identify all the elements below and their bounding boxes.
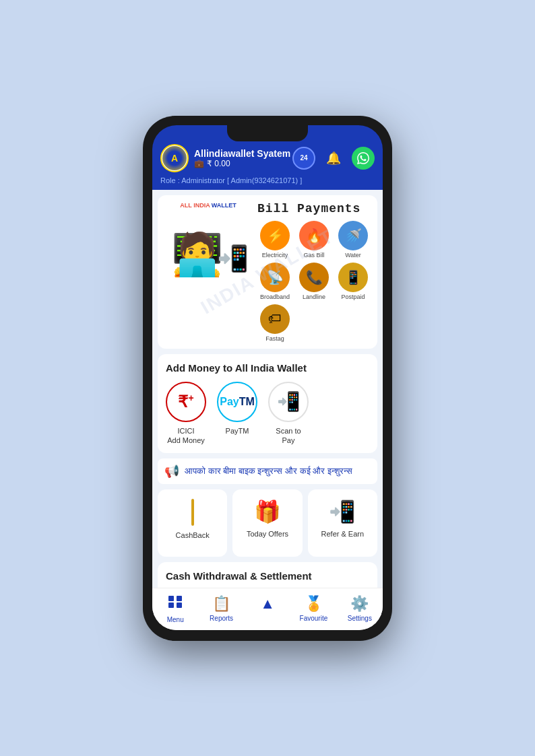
app-logo: A [160,144,189,172]
up-label [267,615,269,622]
bill-item-gas[interactable]: 🔥 Gas Bill [296,221,332,259]
nav-reports[interactable]: 📋 Reports [198,595,244,622]
postpaid-icon: 📱 [338,263,368,292]
phone-screen: A Allindiawallet Syatem 💼 ₹ 0.00 24 [152,125,383,630]
cashback-bar-icon [191,499,194,526]
add-money-section: Add Money to All India Wallet ₹+ ICICIAd… [158,354,377,454]
notification-bell-button[interactable]: 🔔 [322,147,345,170]
gift-icon: 🎁 [254,499,281,524]
bill-icons-grid: ⚡ Electricity 🔥 Gas Bill 🚿 Water 📡 [257,221,371,342]
nav-up[interactable]: ▲ [245,595,290,622]
scan-icon: 📲 [268,382,309,422]
gas-label: Gas Bill [303,252,324,259]
favourite-label: Favourite [300,615,328,622]
electricity-label: Electricity [262,252,288,259]
landline-label: Landline [303,294,325,300]
refer-earn-label: Refer & Earn [321,530,365,538]
water-icon: 🚿 [338,221,368,250]
scan-to-pay-button[interactable]: 📲 Scan toPay [268,382,309,446]
bill-item-electricity[interactable]: ⚡ Electricity [257,221,292,259]
megaphone-icon: 📢 [164,464,179,479]
svg-rect-3 [177,603,182,608]
svg-rect-0 [168,596,174,601]
settings-label: Settings [348,615,372,622]
bill-item-landline[interactable]: 📞 Landline [296,263,332,300]
scan-label: Scan toPay [276,426,301,446]
paytm-icon: PayTM [217,382,257,422]
broadband-label: Broadband [260,294,290,300]
nav-menu[interactable]: Menu [152,594,198,623]
phone-notch [227,125,308,141]
bill-item-postpaid[interactable]: 📱 Postpaid [336,263,371,300]
bill-payments-title: Bill Payments [257,202,371,215]
header-title-area: Allindiawallet Syatem 💼 ₹ 0.00 [194,148,290,168]
landline-icon: 📞 [299,263,329,292]
wallet-balance: 💼 ₹ 0.00 [194,159,290,168]
phone-shell: A Allindiawallet Syatem 💼 ₹ 0.00 24 [143,116,392,641]
role-text: Role : Administrator [ Admin(9324621071)… [160,172,375,190]
support-24-button[interactable]: 24 [292,147,315,170]
bill-banner-illustration: ALL INDIA WALLET 🧑‍💻 📲 [164,202,252,279]
cashback-label: CashBack [176,531,210,539]
fastag-icon: 🏷 [260,304,290,334]
paytm-label: PayTM [226,426,249,436]
bottom-navigation: Menu 📋 Reports ▲ 🏅 Favourite ⚙️ Settings [152,588,383,630]
cashback-button[interactable]: CashBack [158,489,227,557]
cash-withdrawal-title: Cash Withdrawal & Settlement [166,570,369,582]
favourite-icon: 🏅 [305,595,323,613]
header-icons: 24 🔔 [292,147,375,170]
electricity-icon: ⚡ [260,221,290,250]
postpaid-label: Postpaid [341,294,365,300]
today-offers-label: Today Offers [247,530,288,538]
menu-icon [167,594,183,614]
bill-illustration: 🧑‍💻 📲 [168,211,249,279]
app-name: Allindiawallet Syatem [194,148,290,159]
nav-favourite[interactable]: 🏅 Favourite [290,595,336,622]
svg-rect-1 [177,596,182,601]
ticker-text: आपको कार बीमा बाइक इन्शुरन्स और कई और इन… [185,466,352,477]
add-money-icons: ₹+ ICICIAdd Money PayTM PayTM 📲 Scan toP… [166,382,369,446]
paytm-button[interactable]: PayTM PayTM [217,382,257,436]
gas-icon: 🔥 [299,221,329,250]
bill-item-fastag[interactable]: 🏷 Fastag [257,304,292,342]
water-label: Water [345,252,361,259]
refer-earn-button[interactable]: 📲 Refer & Earn [308,489,377,557]
header-logo-area: A Allindiawallet Syatem 💼 ₹ 0.00 [160,144,290,172]
up-arrow-icon: ▲ [260,595,275,613]
svg-rect-2 [168,603,174,608]
wallet-icon: 💼 [194,159,204,168]
icici-add-money-button[interactable]: ₹+ ICICIAdd Money [166,382,206,446]
broadband-icon: 📡 [260,263,290,292]
icici-icon: ₹+ [166,382,206,422]
bill-logo-small: ALL INDIA WALLET [180,202,236,209]
nav-settings[interactable]: ⚙️ Settings [337,595,383,622]
quick-actions-row: CashBack 🎁 Today Offers 📲 Refer & Earn [158,489,377,557]
reports-label: Reports [210,615,233,622]
reports-icon: 📋 [212,595,230,613]
bill-payments-banner: INDIA WALLET ALL INDIA WALLET 🧑‍💻 📲 Bill… [158,195,377,349]
insurance-ticker: 📢 आपको कार बीमा बाइक इन्शुरन्स और कई और … [158,458,377,484]
add-money-title: Add Money to All India Wallet [166,362,369,374]
menu-label: Menu [167,616,184,623]
logo-inner: A [162,146,187,170]
bill-item-broadband[interactable]: 📡 Broadband [257,263,292,300]
icici-label: ICICIAdd Money [167,426,205,446]
refer-icon: 📲 [329,499,356,524]
settings-icon: ⚙️ [350,595,369,613]
today-offers-button[interactable]: 🎁 Today Offers [232,489,302,557]
whatsapp-button[interactable] [352,147,375,170]
fastag-label: Fastag [265,335,284,342]
bill-item-water[interactable]: 🚿 Water [336,221,371,259]
bill-banner-right: Bill Payments ⚡ Electricity 🔥 Gas Bill 🚿 [257,202,371,342]
